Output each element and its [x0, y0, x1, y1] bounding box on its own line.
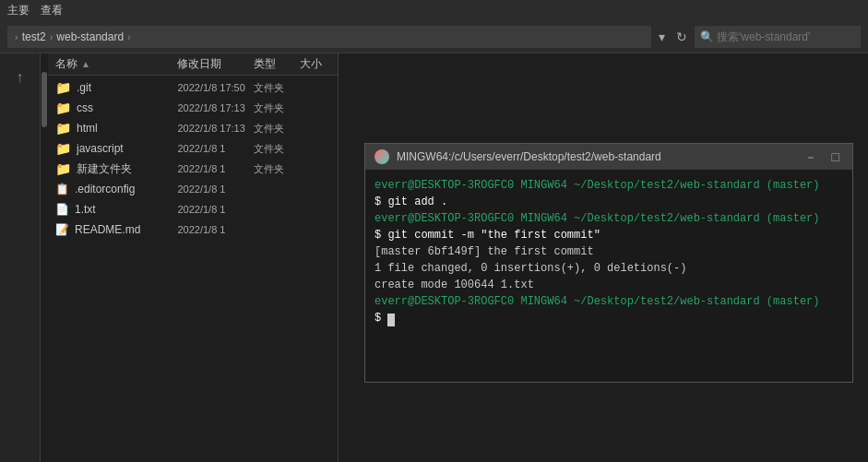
term-cmd-line: $ git commit -m "the first commit" [375, 227, 843, 243]
txt-icon: 📄 [55, 203, 69, 216]
term-prompt-line: everr@DESKTOP-3ROGFC0 MINGW64 ~/Desktop/… [375, 293, 843, 310]
col-header-name[interactable]: 名称 ▲ [55, 56, 177, 72]
term-cmd-line: $ [375, 310, 843, 326]
list-item[interactable]: 📁 javascript 2022/1/8 1 文件夹 [48, 138, 338, 159]
folder-icon: 📁 [55, 141, 71, 156]
file-date: 2022/1/8 17:13 [177, 123, 254, 134]
sort-arrow-name: ▲ [81, 59, 90, 69]
menu-bar: 主要 查看 [0, 0, 868, 20]
list-item[interactable]: 📋 .editorconfig 2022/1/8 1 [48, 179, 338, 199]
file-type: 文件夹 [254, 101, 300, 115]
list-item[interactable]: 📄 1.txt 2022/1/8 1 [48, 199, 338, 219]
folder-icon: 📁 [55, 121, 71, 136]
list-item[interactable]: 📁 css 2022/1/8 17:13 文件夹 [48, 98, 338, 118]
breadcrumb-root-sep: › [15, 31, 18, 42]
file-name: 📝 README.md [55, 223, 177, 236]
file-name: 📁 .git [55, 80, 177, 95]
file-date: 2022/1/8 1 [177, 163, 254, 174]
col-header-size[interactable]: 大小 [300, 56, 330, 72]
terminal-title: MINGW64:/c/Users/everr/Desktop/test2/web… [397, 150, 793, 163]
breadcrumb[interactable]: › test2 › web-standard › [7, 26, 651, 48]
address-controls: ▾ ↻ [655, 28, 691, 46]
menu-item-view[interactable]: 查看 [41, 3, 63, 18]
nav-up[interactable]: ↑ [4, 61, 37, 94]
term-output-line: 1 file changed, 0 insertions(+), 0 delet… [375, 260, 843, 277]
breadcrumb-web-standard[interactable]: web-standard [56, 30, 124, 43]
file-name: 📄 1.txt [55, 203, 177, 216]
file-date: 2022/1/8 1 [177, 143, 254, 154]
md-icon: 📝 [55, 223, 69, 236]
address-bar: › test2 › web-standard › ▾ ↻ 🔍 [0, 20, 868, 53]
terminal-titlebar: MINGW64:/c/Users/everr/Desktop/test2/web… [365, 144, 852, 170]
file-name: 📁 html [55, 121, 177, 136]
term-prompt-line: everr@DESKTOP-3ROGFC0 MINGW64 ~/Desktop/… [375, 210, 843, 227]
breadcrumb-test2[interactable]: test2 [22, 30, 46, 43]
term-prompt-line: everr@DESKTOP-3ROGFC0 MINGW64 ~/Desktop/… [375, 177, 843, 194]
col-header-type[interactable]: 类型 [254, 56, 300, 72]
file-date: 2022/1/8 1 [177, 184, 254, 195]
folder-icon: 📁 [55, 80, 71, 95]
folder-icon: 📁 [55, 101, 71, 115]
term-output-line: [master 6bf149f] the first commit [375, 243, 843, 260]
file-list: 📁 .git 2022/1/8 17:50 文件夹 📁 css 2022/1/8… [48, 76, 338, 462]
column-headers: 名称 ▲ 修改日期 类型 大小 [48, 53, 338, 76]
breadcrumb-sep-1: › [50, 31, 54, 42]
col-header-date[interactable]: 修改日期 [177, 56, 254, 72]
file-type: 文件夹 [254, 162, 300, 176]
menu-item-main[interactable]: 主要 [7, 3, 30, 18]
search-wrapper: 🔍 [695, 26, 861, 48]
terminal-window: MINGW64:/c/Users/everr/Desktop/test2/web… [364, 143, 853, 383]
search-input[interactable] [695, 26, 861, 48]
file-date: 2022/1/8 17:13 [177, 102, 254, 113]
list-item[interactable]: 📝 README.md 2022/1/8 1 [48, 219, 338, 240]
folder-icon: 📁 [55, 161, 71, 176]
file-name: 📁 css [55, 101, 177, 115]
file-name: 📋 .editorconfig [55, 183, 177, 195]
scroll-thumb [42, 72, 47, 127]
dropdown-button[interactable]: ▾ [655, 28, 669, 46]
left-scroll[interactable] [41, 53, 48, 462]
terminal-maximize-button[interactable]: □ [828, 150, 843, 163]
terminal-body[interactable]: everr@DESKTOP-3ROGFC0 MINGW64 ~/Desktop/… [365, 170, 852, 382]
term-output-line: create mode 100644 1.txt [375, 277, 843, 293]
list-item[interactable]: 📁 新建文件夹 2022/1/8 1 文件夹 [48, 159, 338, 179]
file-date: 2022/1/8 1 [177, 224, 254, 235]
file-date: 2022/1/8 17:50 [177, 82, 254, 93]
list-item[interactable]: 📁 html 2022/1/8 17:13 文件夹 [48, 118, 338, 138]
file-panel: 名称 ▲ 修改日期 类型 大小 📁 .git 2022/1/8 17:50 文件… [48, 53, 339, 462]
terminal-cursor [387, 314, 395, 326]
nav-pane: ↑ [0, 53, 41, 462]
cfg-icon: 📋 [55, 183, 69, 195]
terminal-minimize-button[interactable]: － [801, 150, 821, 163]
file-type: 文件夹 [254, 81, 300, 95]
breadcrumb-sep-2: › [127, 31, 131, 42]
file-type: 文件夹 [254, 122, 300, 136]
list-item[interactable]: 📁 .git 2022/1/8 17:50 文件夹 [48, 77, 338, 98]
file-name: 📁 新建文件夹 [55, 161, 177, 177]
term-cmd-line: $ git add . [375, 194, 843, 210]
file-date: 2022/1/8 1 [177, 204, 254, 215]
terminal-app-icon [375, 149, 389, 164]
refresh-button[interactable]: ↻ [672, 28, 691, 46]
file-type: 文件夹 [254, 142, 300, 156]
file-name: 📁 javascript [55, 141, 177, 156]
